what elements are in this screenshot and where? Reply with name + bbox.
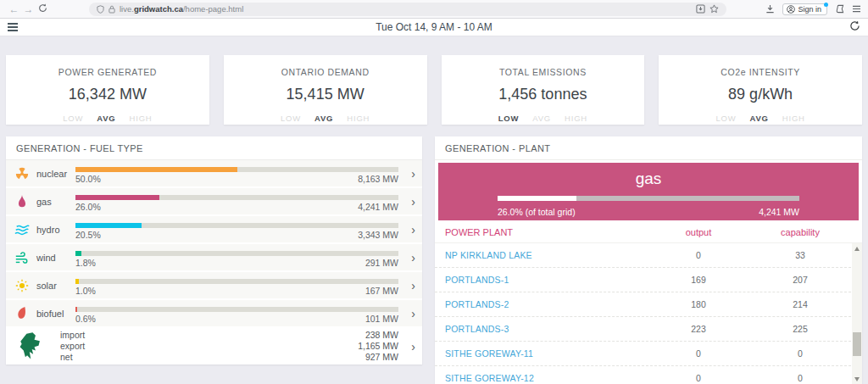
fuel-row[interactable]: biofuel 0.6% 101 MW › [6,300,422,328]
lock-icon [108,5,115,14]
plant-table-row[interactable]: NP KIRKLAND LAKE 0 33 [435,243,851,268]
plant-table-row[interactable]: PORTLANDS-2 180 214 [435,292,851,317]
url-text: live.gridwatch.ca/home-page.html [120,4,243,14]
stat-card-title: CO2e INTENSITY [659,67,862,77]
plant-name: NP KIRKLAND LAKE [445,250,648,260]
level-high: HIGH [782,114,805,123]
level-indicator: LOWAVGHIGH [6,114,209,123]
level-indicator: LOWAVGHIGH [442,114,645,123]
fuel-label: wind [36,253,75,263]
fuel-label: nuclear [36,169,75,179]
stat-card-title: TOTAL EMISSIONS [442,67,645,77]
plant-table-row[interactable]: SITHE GOREWAY-12 0 0 [435,366,851,384]
share-total-label: 4,241 MW [759,207,799,217]
fuel-bar-fill [75,167,237,172]
fuel-bar-fill [75,195,159,200]
wind-icon [14,250,30,265]
scrollbar-thumb[interactable] [853,332,861,356]
plant-table-row[interactable]: SITHE GOREWAY-11 0 0 [435,342,851,366]
downloads-icon[interactable] [765,4,775,14]
fuel-label: hydro [36,225,75,235]
stat-card-value: 89 g/kWh [659,86,862,103]
fuel-percent: 0.6% [75,314,96,324]
fuel-percent: 26.0% [75,202,101,212]
trade-label: net [60,352,85,363]
fuel-row[interactable]: nuclear 50.0% 8,163 MW › [6,160,422,188]
stat-card: CO2e INTENSITY 89 g/kWh LOWAVGHIGH [659,55,862,125]
forward-icon[interactable]: → [21,4,36,14]
plant-panel-title: GENERATION - PLANT [435,136,862,160]
plant-name: SITHE GOREWAY-11 [445,348,648,359]
fuel-percent: 50.0% [75,174,101,184]
chevron-right-icon: › [403,167,415,181]
menu-icon[interactable] [852,5,861,13]
generation-plant-panel: GENERATION - PLANT gas 26.0% (of total g… [435,136,862,384]
notification-dot [824,3,828,7]
fuel-output: 167 MW [365,286,398,296]
level-low: LOW [281,114,301,123]
stat-card: ONTARIO DEMAND 15,415 MW LOWAVGHIGH [224,55,427,125]
col-capability: capability [749,227,851,237]
level-avg: AVG [97,114,115,123]
table-scrollbar[interactable] [852,243,862,384]
fuel-bar [75,251,398,256]
plant-table-row[interactable]: PORTLANDS-3 223 225 [435,317,851,342]
plant-capability: 225 [749,324,851,334]
leaf-icon [14,306,30,321]
fuel-bar-fill [75,223,142,228]
plant-table-body: NP KIRKLAND LAKE 0 33 PORTLANDS-1 169 20… [435,243,862,384]
sign-in-button[interactable]: Sign in [782,3,827,15]
plant-name: PORTLANDS-3 [445,324,648,334]
save-page-icon[interactable] [696,4,705,14]
level-low: LOW [63,114,83,123]
level-low: LOW [498,114,520,123]
plant-rows: NP KIRKLAND LAKE 0 33 PORTLANDS-1 169 20… [435,243,851,384]
fuel-percent: 20.5% [75,230,101,240]
scroll-down-icon[interactable] [854,377,860,381]
chevron-right-icon: › [403,195,415,209]
fuel-bar [75,307,398,312]
fuel-row[interactable]: solar 1.0% 167 MW › [6,272,422,300]
date-range-label: Tue Oct 14, 9 AM - 10 AM [0,21,868,33]
level-high: HIGH [565,114,587,123]
level-indicator: LOWAVGHIGH [224,114,427,123]
stat-card: POWER GENERATED 16,342 MW LOWAVGHIGH [6,55,209,125]
plant-banner: gas 26.0% (of total grid) 4,241 MW [438,163,859,220]
fuel-label: biofuel [36,309,75,319]
browser-toolbar: ← → live.gridwatch.ca/home-page.html Sig… [0,0,868,19]
scroll-up-icon[interactable] [854,247,860,251]
plant-table-row[interactable]: PORTLANDS-1 169 207 [435,268,851,292]
fuel-row[interactable]: wind 1.8% 291 MW › [6,244,422,272]
dashboard: POWER GENERATED 16,342 MW LOWAVGHIGH ONT… [0,36,868,384]
level-avg: AVG [532,114,551,123]
level-high: HIGH [347,114,370,123]
waves-icon [14,222,30,237]
plant-name: SITHE GOREWAY-12 [445,373,648,383]
trade-labels: importexportnet [60,330,85,363]
fuel-row[interactable]: hydro 20.5% 3,343 MW › [6,216,422,244]
generation-fuel-type-panel: GENERATION - FUEL TYPE nuclear 50.0% 8,1… [6,136,422,365]
back-icon[interactable]: ← [7,4,21,14]
fuel-rows: nuclear 50.0% 8,163 MW › gas 26.0% 4,241… [6,160,422,328]
shield-icon [97,5,104,14]
import-export-row[interactable]: importexportnet 238 MW1,165 MW927 MW › [6,328,422,365]
refresh-data-icon[interactable] [849,19,860,35]
address-bar[interactable]: live.gridwatch.ca/home-page.html [89,3,726,16]
ontario-map-icon [13,331,50,362]
share-bar [498,196,799,201]
fuel-bar-fill [75,251,81,256]
plant-name: PORTLANDS-1 [445,275,648,285]
bookmark-star-icon[interactable] [709,4,719,14]
fuel-bar-fill [75,279,79,284]
trade-value: 1,165 MW [358,341,398,352]
fuel-row[interactable]: gas 26.0% 4,241 MW › [6,188,422,216]
flame-icon [14,194,30,209]
sun-icon [14,278,30,293]
stat-card-value: 16,342 MW [6,86,209,103]
fuel-bar [75,279,398,284]
plant-output: 0 [648,373,749,383]
fuel-output: 101 MW [365,314,398,324]
extensions-icon[interactable] [835,4,844,14]
fuel-percent: 1.8% [75,258,96,268]
reload-icon[interactable] [36,3,50,14]
